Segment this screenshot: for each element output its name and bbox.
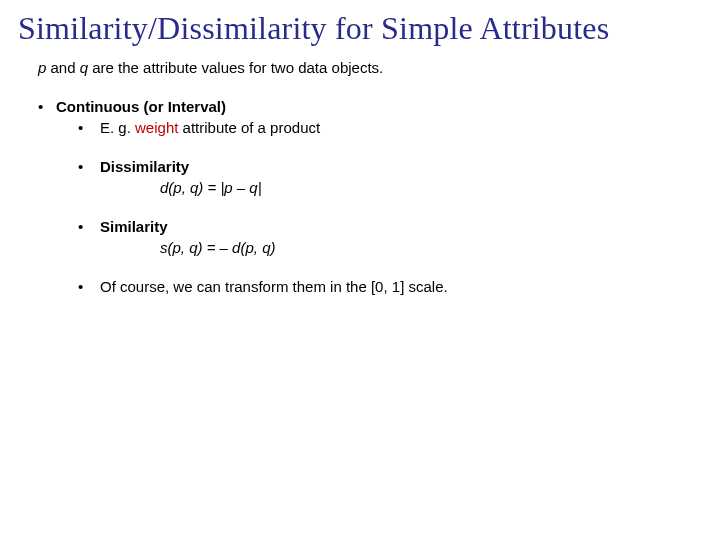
slide: Similarity/Dissimilarity for Simple Attr… bbox=[0, 0, 720, 540]
sub-eg: • E. g. weight attribute of a product bbox=[78, 119, 702, 136]
eg-suffix: attribute of a product bbox=[178, 119, 320, 136]
bullet-icon: • bbox=[78, 158, 100, 175]
bullet-main-text: Continuous (or Interval) bbox=[56, 98, 226, 115]
sub-bullets: • E. g. weight attribute of a product • … bbox=[78, 119, 702, 295]
sub-transform: • Of course, we can transform them in th… bbox=[78, 278, 702, 295]
var-q: q bbox=[80, 59, 88, 76]
bullet-icon: • bbox=[78, 278, 100, 295]
subtitle-rest: are the attribute values for two data ob… bbox=[88, 59, 383, 76]
sub-dissimilarity: • Dissimilarity bbox=[78, 158, 702, 175]
dissimilarity-label: Dissimilarity bbox=[100, 158, 189, 175]
sub-similarity: • Similarity bbox=[78, 218, 702, 235]
bullet-icon: • bbox=[78, 119, 100, 136]
bullet-icon: • bbox=[38, 98, 56, 115]
subtitle: p and q are the attribute values for two… bbox=[38, 59, 702, 76]
slide-title: Similarity/Dissimilarity for Simple Attr… bbox=[18, 10, 702, 47]
bullet-icon: • bbox=[78, 218, 100, 235]
transform-text: Of course, we can transform them in the … bbox=[100, 278, 448, 295]
subtitle-and: and bbox=[46, 59, 79, 76]
eg-prefix: E. g. bbox=[100, 119, 135, 136]
dissimilarity-formula: d(p, q) = |p – q| bbox=[160, 179, 702, 196]
bullet-main: • Continuous (or Interval) bbox=[38, 98, 702, 115]
similarity-formula: s(p, q) = – d(p, q) bbox=[160, 239, 702, 256]
similarity-label: Similarity bbox=[100, 218, 168, 235]
eg-red: weight bbox=[135, 119, 178, 136]
sub-eg-text: E. g. weight attribute of a product bbox=[100, 119, 320, 136]
